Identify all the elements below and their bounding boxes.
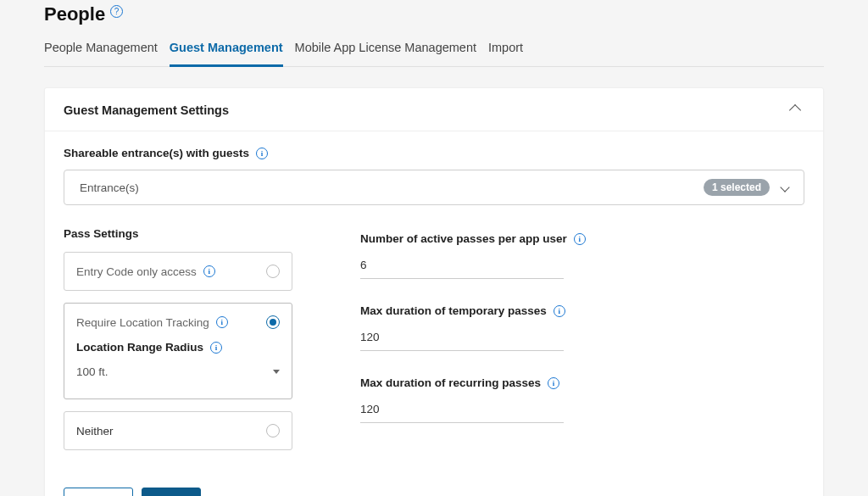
info-icon[interactable] (548, 377, 559, 389)
radio-neither-label: Neither (76, 425, 114, 437)
chevron-down-icon (780, 182, 789, 192)
info-icon[interactable] (203, 265, 215, 277)
save-button[interactable]: Save (142, 488, 201, 496)
entrance-select[interactable]: Entrance(s) 1 selected (64, 170, 804, 205)
radio-button-icon (266, 424, 280, 437)
location-range-label: Location Range Radius (76, 341, 280, 354)
dropdown-arrow-icon (273, 370, 280, 374)
radio-entry-code-label: Entry Code only access (76, 265, 197, 278)
active-passes-label: Number of active passes per app user (360, 232, 804, 245)
location-range-text: Location Range Radius (76, 341, 203, 354)
radio-button-selected-icon (266, 315, 280, 329)
max-recurring-text: Max duration of recurring passes (360, 376, 541, 389)
cancel-button[interactable]: Cancel (64, 488, 133, 496)
active-passes-text: Number of active passes per app user (360, 232, 567, 245)
radio-location-tracking[interactable]: Require Location Tracking Location Range… (64, 303, 292, 399)
radio-entry-code[interactable]: Entry Code only access (64, 252, 292, 291)
chevron-up-icon (789, 104, 801, 116)
tab-mobile-app-license[interactable]: Mobile App License Management (295, 32, 476, 67)
card-title: Guest Management Settings (64, 103, 229, 117)
max-temp-label: Max duration of temporary passes (360, 304, 804, 317)
settings-card: Guest Management Settings Shareable entr… (44, 87, 824, 496)
tab-guest-management[interactable]: Guest Management (170, 32, 283, 67)
tab-people-management[interactable]: People Management (44, 32, 158, 67)
radio-button-icon (266, 265, 280, 278)
location-range-value: 100 ft. (76, 365, 108, 378)
max-recurring-label: Max duration of recurring passes (360, 376, 804, 389)
max-recurring-input[interactable] (360, 398, 564, 423)
shareable-entrance-text: Shareable entrance(s) with guests (64, 147, 249, 159)
help-icon[interactable]: ? (110, 5, 123, 18)
location-range-select[interactable]: 100 ft. (76, 362, 280, 387)
radio-location-tracking-label: Require Location Tracking (76, 316, 209, 329)
info-icon[interactable] (554, 305, 565, 317)
info-icon[interactable] (574, 233, 586, 245)
entrance-placeholder: Entrance(s) (80, 181, 139, 194)
max-temp-input[interactable] (360, 326, 564, 351)
card-header[interactable]: Guest Management Settings (45, 88, 823, 131)
active-passes-input[interactable] (360, 254, 564, 279)
info-icon[interactable] (210, 342, 222, 354)
tab-bar: People Management Guest Management Mobil… (44, 32, 824, 67)
info-icon[interactable] (256, 148, 268, 159)
tab-import[interactable]: Import (488, 32, 523, 67)
info-icon[interactable] (216, 316, 228, 328)
shareable-entrance-label: Shareable entrance(s) with guests (64, 147, 804, 159)
page-title: People (44, 3, 105, 25)
selected-count-badge: 1 selected (704, 179, 770, 196)
radio-neither[interactable]: Neither (64, 411, 292, 450)
pass-settings-label: Pass Settings (64, 227, 292, 240)
max-temp-text: Max duration of temporary passes (360, 304, 547, 317)
